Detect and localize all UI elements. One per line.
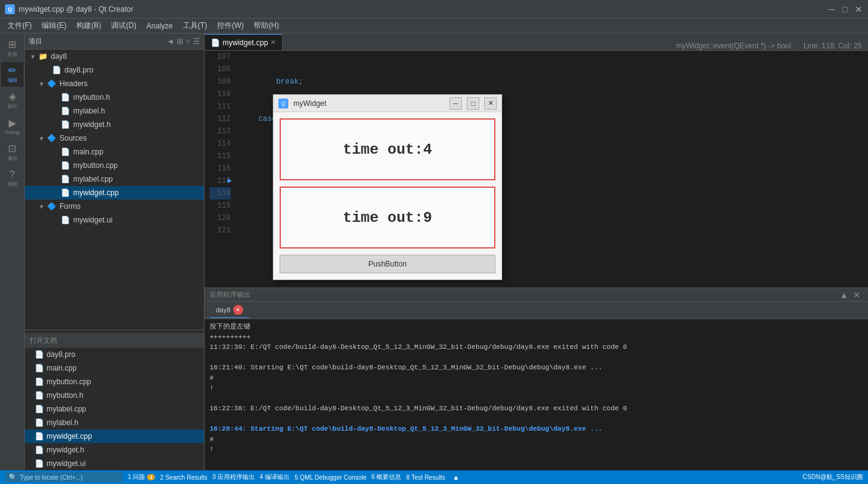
menu-file[interactable]: 文件(F) — [2, 19, 37, 32]
activity-bar: ⊞ 欢迎 ✏ 编辑 ◈ 设计 ▶ Debug ⊡ 项目 ? 帮助 — [0, 33, 25, 470]
menu-edit[interactable]: 编辑(E) — [37, 19, 71, 32]
folder-icon: 🔷 — [47, 202, 57, 211]
activity-debug[interactable]: ▶ Debug — [1, 114, 24, 139]
output-line: ! — [210, 444, 863, 455]
status-problems[interactable]: 1 问题 4 — [128, 473, 155, 482]
tab-label: mywidget.cpp — [223, 38, 268, 47]
activity-welcome[interactable]: ⊞ 欢迎 — [1, 36, 24, 61]
code-line-107: break; — [241, 76, 863, 88]
open-doc-mywidget-cpp[interactable]: 📄 mywidget.cpp — [25, 429, 204, 443]
open-doc-mybutton-cpp[interactable]: 📄 mybutton.cpp — [25, 375, 204, 389]
activity-design[interactable]: ◈ 设计 — [1, 88, 24, 113]
search-input[interactable] — [20, 474, 119, 481]
file-icon: 📄 — [61, 216, 71, 224]
menu-debug[interactable]: 调试(D) — [106, 19, 141, 32]
tree-item-mywidget-h[interactable]: 📄 mywidget.h — [25, 118, 204, 131]
bottom-output[interactable]: 按下的是左键 ++++++++++ 11:32:39: E:/QT code/b… — [205, 319, 868, 470]
maximize-button[interactable]: □ — [841, 5, 849, 14]
status-test-results[interactable]: 8 Test Results — [406, 474, 445, 481]
tree-item-day8pro[interactable]: 📄 day8.pro — [25, 63, 204, 77]
tree-item-forms[interactable]: ▼ 🔷 Forms — [25, 200, 204, 213]
tree-item-sources[interactable]: ▼ 🔷 Sources — [25, 131, 204, 145]
minimize-button[interactable]: ─ — [827, 5, 836, 14]
search-box[interactable]: 🔍 — [5, 472, 123, 482]
tree-item-mylabel-h[interactable]: 📄 mylabel.h — [25, 104, 204, 118]
file-icon: 📄 — [35, 418, 44, 427]
open-doc-mywidget-ui[interactable]: 📄 mywidget.ui — [25, 457, 204, 470]
title-bar: Q mywidget.cpp @ day8 - Qt Creator ─ □ ✕ — [0, 0, 868, 19]
output-line: 16:22:38: E:/QT code/build-day8-Desktop_… — [210, 403, 863, 414]
close-button[interactable]: ✕ — [854, 5, 863, 14]
status-left: 🔍 1 问题 4 2 Search Results 3 应用程序输出 4 编译输… — [5, 472, 459, 482]
file-icon: 📄 — [61, 93, 71, 102]
tree-item-main-cpp[interactable]: 📄 main.cpp — [25, 145, 204, 159]
file-icon: 📄 — [35, 405, 44, 413]
open-docs: 打开文档 📄 day8.pro 📄 main.cpp 📄 mybutton.cp… — [25, 330, 204, 470]
status-compile-output[interactable]: 4 编译输出 — [260, 473, 290, 482]
toolbar-menu-icon[interactable]: ☰ — [193, 37, 200, 46]
tree-item-mywidget-ui[interactable]: 📄 mywidget.ui — [25, 213, 204, 227]
file-icon: 📄 — [35, 459, 44, 468]
doc-label: mybutton.h — [46, 391, 83, 400]
widget-maximize-button[interactable]: □ — [467, 97, 479, 110]
activity-edit[interactable]: ✏ 编辑 — [1, 62, 24, 87]
tree-item-headers[interactable]: ▼ 🔷 Headers — [25, 77, 204, 90]
open-doc-day8pro[interactable]: 📄 day8.pro — [25, 348, 204, 361]
panel-close-button[interactable]: ✕ — [851, 290, 863, 300]
tree-item-mywidget-cpp[interactable]: 📄 mywidget.cpp — [25, 186, 204, 200]
tab-mywidget-cpp[interactable]: 📄 mywidget.cpp ✕ — [205, 34, 283, 50]
tab-breadcrumb: myWidget::event(QEvent *) -> bool — [670, 42, 797, 50]
tree-label: Headers — [60, 79, 87, 88]
open-doc-mybutton-h[interactable]: 📄 mybutton.h — [25, 389, 204, 402]
menu-help[interactable]: 帮助(H) — [249, 19, 284, 32]
menu-tools[interactable]: 工具(T) — [178, 19, 212, 32]
file-icon: 📄 — [35, 350, 44, 359]
widget-minimize-button[interactable]: ─ — [450, 97, 462, 110]
open-docs-header: 打开文档 — [25, 333, 204, 348]
tree-item-mylabel-cpp[interactable]: 📄 mylabel.cpp — [25, 172, 204, 186]
debug-label: Debug — [5, 130, 20, 135]
tree-label: day8.pro — [64, 66, 94, 74]
bottom-tab-day8[interactable]: day8 ✕ — [210, 302, 249, 318]
tree-arrow: ▼ — [38, 81, 47, 87]
tree-item-mybutton-h[interactable]: 📄 mybutton.h — [25, 90, 204, 104]
open-doc-mylabel-h[interactable]: 📄 mylabel.h — [25, 416, 204, 429]
toolbar-filter-icon[interactable]: ▿ — [186, 37, 190, 46]
tree-item-day8[interactable]: ▼ 📁 day8 — [25, 50, 204, 63]
output-line: # — [210, 434, 863, 445]
code-editor[interactable]: 107 108 109 110 111 112 113 114 115 116 … — [205, 51, 868, 288]
doc-label: mybutton.cpp — [46, 377, 91, 386]
status-qml-debugger[interactable]: 5 QML Debugger Console — [294, 474, 366, 481]
code-content[interactable]: break; case QEvent::MouseMove: mouseMove… — [236, 51, 868, 288]
open-doc-mywidget-h[interactable]: 📄 mywidget.h — [25, 443, 204, 457]
file-icon: 📄 — [61, 107, 71, 115]
widget-close-button[interactable]: ✕ — [484, 97, 497, 110]
widget-content: time out:4 time out:9 PushButton — [273, 112, 502, 279]
project-icon: ⊡ — [8, 144, 16, 154]
activity-project[interactable]: ⊡ 项目 — [1, 140, 24, 165]
status-search-results[interactable]: 2 Search Results — [160, 474, 207, 481]
panel-up-button[interactable]: ▲ — [837, 290, 851, 300]
output-title: 应用程序输出 — [210, 290, 250, 299]
toolbar-icons: ◄ ⊞ ▿ ☰ — [166, 37, 200, 46]
widget-push-button[interactable]: PushButton — [280, 255, 495, 273]
menu-analyze[interactable]: Analyze — [141, 20, 178, 32]
file-icon: 📄 — [52, 66, 62, 74]
folder-icon: 🔷 — [47, 134, 57, 143]
open-doc-main[interactable]: 📄 main.cpp — [25, 361, 204, 375]
menu-bar: 文件(F) 编辑(E) 构建(B) 调试(D) Analyze 工具(T) 控件… — [0, 19, 868, 33]
status-general-info[interactable]: 6 概要信息 — [371, 473, 401, 482]
toolbar-back-icon[interactable]: ◄ — [166, 37, 174, 46]
menu-build[interactable]: 构建(B) — [71, 19, 106, 32]
doc-label: day8.pro — [46, 350, 76, 359]
status-app-output[interactable]: 3 应用程序输出 — [213, 473, 255, 482]
toolbar-add-icon[interactable]: ⊞ — [177, 37, 184, 46]
tree-item-mybutton-cpp[interactable]: 📄 mybutton.cpp — [25, 159, 204, 172]
open-doc-mylabel-cpp[interactable]: 📄 mylabel.cpp — [25, 402, 204, 416]
activity-help[interactable]: ? 帮助 — [1, 166, 24, 191]
menu-controls[interactable]: 控件(W) — [212, 19, 249, 32]
file-tree: ▼ 📁 day8 📄 day8.pro ▼ 🔷 Headers 📄 mybutt… — [25, 50, 204, 330]
tab-close-button[interactable]: ✕ — [270, 38, 276, 46]
design-label: 设计 — [7, 103, 17, 110]
sidebar: 项目 ◄ ⊞ ▿ ☰ ▼ 📁 day8 📄 day8.pro ▼ 🔷 — [25, 33, 205, 470]
